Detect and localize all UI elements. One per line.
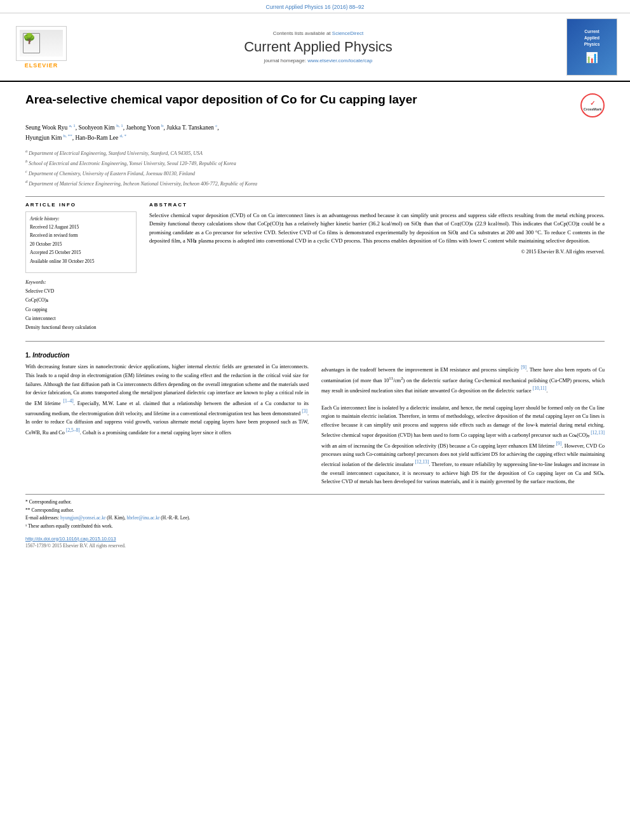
date-4: Accepted 25 October 2015 bbox=[30, 248, 132, 257]
affiliation-a: a Department of Electrical Engineering, … bbox=[25, 147, 605, 157]
issn-line: 1567-1739/© 2015 Elsevier B.V. All right… bbox=[25, 543, 605, 549]
footnotes-section: * Corresponding author. ** Corresponding… bbox=[25, 494, 605, 531]
ref-9[interactable]: [9] bbox=[521, 364, 526, 370]
cover-line1: Current bbox=[584, 29, 600, 35]
email2-name: (H.-R.-R. Lee). bbox=[161, 515, 190, 521]
keyword-2: CoCp(CO)₂ bbox=[25, 296, 137, 305]
abstract-body: Selective chemical vapor deposition (CVD… bbox=[149, 212, 605, 244]
abstract-col: ABSTRACT Selective chemical vapor deposi… bbox=[149, 202, 605, 333]
elsevier-image bbox=[20, 30, 63, 57]
crossmark-logo[interactable]: ✓ CrossMark bbox=[580, 93, 605, 117]
cover-line3: Physics bbox=[584, 41, 600, 48]
elsevier-logo: ELSEVIER bbox=[13, 26, 70, 69]
article-info-col: ARTICLE INFO Article history: Received 1… bbox=[25, 202, 137, 333]
journal-header: ELSEVIER Contents lists available at Sci… bbox=[0, 13, 630, 82]
ref-10-11[interactable]: [10,11] bbox=[533, 385, 547, 391]
article-dates: Received 12 August 2015 Received in revi… bbox=[30, 223, 132, 266]
divider-1 bbox=[25, 196, 605, 197]
email-link-1[interactable]: hyungjun@yonsei.ac.kr bbox=[60, 515, 107, 521]
emails-label: E-mail addresses: bbox=[25, 515, 59, 521]
article-title: Area-selective chemical vapor deposition… bbox=[25, 92, 574, 108]
keyword-1: Selective CVD bbox=[25, 287, 137, 296]
contents-text: Contents lists available at bbox=[273, 30, 331, 36]
intro-left-text: With decreasing feature sizes in nanoele… bbox=[25, 363, 309, 436]
affiliation-b: b School of Electrical and Electronic En… bbox=[25, 157, 605, 168]
footnote-equal-contrib: ¹ These authors equally contributed this… bbox=[25, 523, 605, 531]
homepage-line: journal homepage: www.elsevier.com/locat… bbox=[76, 58, 560, 63]
body-left-col: 1. Introduction With decreasing feature … bbox=[25, 352, 309, 486]
date-5: Available online 30 October 2015 bbox=[30, 257, 132, 266]
cover-image: 📊 bbox=[584, 50, 600, 65]
email1-name: (H. Kim), bbox=[107, 515, 125, 521]
article-history-label: Article history: bbox=[30, 216, 132, 222]
homepage-link[interactable]: www.elsevier.com/locate/cap bbox=[307, 58, 372, 63]
contents-line: Contents lists available at ScienceDirec… bbox=[76, 30, 560, 36]
cover-line2: Applied bbox=[584, 35, 600, 41]
journal-main-title: Current Applied Physics bbox=[76, 39, 560, 55]
journal-citation: Current Applied Physics 16 (2016) 88–92 bbox=[266, 4, 365, 10]
keyword-4: Cu interconnect bbox=[25, 314, 137, 323]
ref-2-5-8[interactable]: [2,5–8] bbox=[66, 427, 80, 433]
journal-title-block: Contents lists available at ScienceDirec… bbox=[70, 30, 566, 63]
date-3: 20 October 2015 bbox=[30, 240, 132, 249]
body-content: 1. Introduction With decreasing feature … bbox=[25, 352, 605, 548]
body-right-col: advantages in the tradeoff between the i… bbox=[321, 352, 605, 486]
journal-cover: Current Applied Physics 📊 bbox=[566, 18, 617, 76]
keyword-5: Density functional theory calculation bbox=[25, 323, 137, 332]
abstract-header: ABSTRACT bbox=[149, 202, 605, 208]
footnote-emails: E-mail addresses: hyungjun@yonsei.ac.kr … bbox=[25, 514, 605, 523]
doi-link[interactable]: http://dx.doi.org/10.1016/j.cap.2015.10.… bbox=[25, 536, 116, 542]
ref-3[interactable]: [3] bbox=[302, 408, 307, 414]
divider-2 bbox=[25, 341, 605, 342]
elsevier-logo-box bbox=[16, 26, 67, 61]
keyword-3: Co capping bbox=[25, 305, 137, 314]
affiliation-c: c Department of Chemistry, University of… bbox=[25, 168, 605, 178]
intro-section-title: 1. Introduction bbox=[25, 352, 309, 359]
ref-1-4[interactable]: [1–4] bbox=[63, 398, 73, 404]
footnote-star2-text: ** Corresponding author. bbox=[25, 507, 74, 513]
date-2: Received in revised form bbox=[30, 231, 132, 240]
section-name: Introduction bbox=[32, 352, 69, 359]
article-info-box: Article history: Received 12 August 2015… bbox=[25, 211, 137, 274]
body-two-col: 1. Introduction With decreasing feature … bbox=[25, 352, 605, 486]
footnote-star2: ** Corresponding author. bbox=[25, 507, 605, 515]
footnote-star-text: * Corresponding author. bbox=[25, 499, 72, 505]
ref-9b[interactable]: [9] bbox=[556, 441, 562, 446]
doi-section: http://dx.doi.org/10.1016/j.cap.2015.10.… bbox=[25, 536, 605, 542]
authors-line: Seung Wook Ryu a, 1, Soohyeon Kim b, 1, … bbox=[25, 123, 605, 143]
article-info-abstract: ARTICLE INFO Article history: Received 1… bbox=[25, 202, 605, 333]
intro-right-text: advantages in the tradeoff between the i… bbox=[321, 364, 605, 486]
ref-12-13b[interactable]: [12,13] bbox=[415, 459, 429, 465]
elsevier-text: ELSEVIER bbox=[25, 62, 58, 69]
keywords-label: Keywords: bbox=[25, 279, 137, 285]
ref-12-13[interactable]: [12,13] bbox=[591, 430, 605, 436]
article-info-header: ARTICLE INFO bbox=[25, 202, 137, 208]
keywords-section: Keywords: Selective CVD CoCp(CO)₂ Co cap… bbox=[25, 279, 137, 332]
affiliations: a Department of Electrical Engineering, … bbox=[25, 147, 605, 189]
abstract-text: Selective chemical vapor deposition (CVD… bbox=[149, 211, 605, 257]
footnote-star: * Corresponding author. bbox=[25, 498, 605, 507]
copyright-line: © 2015 Elsevier B.V. All rights reserved… bbox=[149, 248, 605, 257]
email-link-2[interactable]: hbrlee@inu.ac.kr bbox=[127, 515, 161, 521]
top-bar: Current Applied Physics 16 (2016) 88–92 bbox=[0, 0, 630, 13]
section-number: 1. bbox=[25, 352, 30, 359]
article-history: Article history: Received 12 August 2015… bbox=[30, 216, 132, 266]
sciencedirect-link[interactable]: ScienceDirect bbox=[332, 30, 363, 36]
date-1: Received 12 August 2015 bbox=[30, 223, 132, 232]
affiliation-d: d Department of Material Science Enginee… bbox=[25, 178, 605, 188]
equal-contrib-text: ¹ These authors equally contributed this… bbox=[25, 523, 113, 529]
article-content: Area-selective chemical vapor deposition… bbox=[0, 82, 630, 559]
